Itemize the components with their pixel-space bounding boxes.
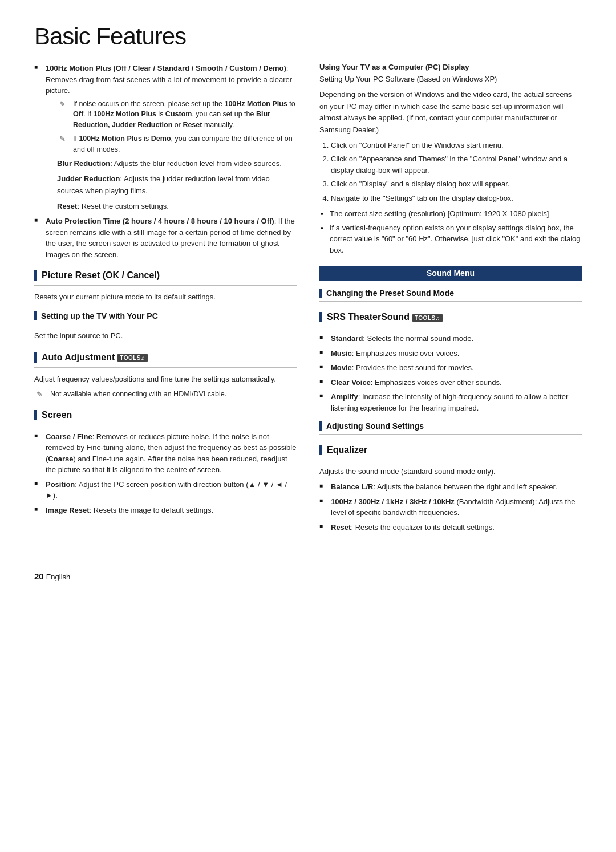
intro-bullet-1: 100Hz Motion Plus (Off / Clear / Standar… <box>34 63 297 212</box>
srs-rule <box>319 327 582 327</box>
screen-heading: Screen <box>34 410 297 420</box>
right-column: Using Your TV as a Computer (PC) Display… <box>319 63 582 537</box>
tools-badge-auto: TOOLS♬ <box>117 354 148 362</box>
changing-preset-rule <box>319 301 582 302</box>
using-pc-dot-list: The correct size setting (resolution) [O… <box>319 208 582 255</box>
setting-up-tv-rule <box>34 324 297 324</box>
using-pc-step-3: Click on "Display" and a display dialog … <box>331 178 582 190</box>
screen-bullets: Coarse / Fine: Removes or reduces pictur… <box>34 431 297 516</box>
picture-reset-rule <box>34 285 297 286</box>
page-language: English <box>46 573 71 581</box>
page-footer: 20English <box>34 571 582 581</box>
equalizer-bullet-3: Reset: Resets the equalizer to its defau… <box>319 522 582 533</box>
intro-bullet-2: Auto Protection Time (2 hours / 4 hours … <box>34 216 297 260</box>
setting-up-tv-text: Set the input source to PC. <box>34 330 297 342</box>
picture-reset-heading: Picture Reset (OK / Cancel) <box>34 270 297 281</box>
srs-bullets: Standard: Selects the normal sound mode.… <box>319 333 582 413</box>
auto-adjustment-text: Adjust frequency values/positions and fi… <box>34 374 297 386</box>
screen-bullet-3: Image Reset: Resets the image to default… <box>34 505 297 516</box>
srs-bullet-3: Movie: Provides the best sound for movie… <box>319 362 582 374</box>
note-2: If 100Hz Motion Plus is Demo, you can co… <box>57 133 297 155</box>
using-pc-dot-1: The correct size setting (resolution) [O… <box>319 208 582 220</box>
using-pc-heading: Using Your TV as a Computer (PC) Display <box>319 63 582 71</box>
adjusting-sound-heading: Adjusting Sound Settings <box>319 421 582 431</box>
picture-reset-section: Picture Reset (OK / Cancel) Resets your … <box>34 270 297 303</box>
auto-adjustment-rule <box>34 367 297 368</box>
setting-up-tv-heading: Setting up the TV with Your PC <box>34 311 297 320</box>
equalizer-bullet-2: 100Hz / 300Hz / 1kHz / 3kHz / 10kHz (Ban… <box>319 496 582 518</box>
auto-adjustment-heading: Auto AdjustmentTOOLS♬ <box>34 352 297 363</box>
equalizer-rule <box>319 460 582 460</box>
sound-menu-banner: Sound Menu <box>319 266 582 281</box>
screen-bullet-2: Position: Adjust the PC screen position … <box>34 479 297 501</box>
changing-preset-heading: Changing the Preset Sound Mode <box>319 289 582 298</box>
using-pc-step-4: Navigate to the "Settings" tab on the di… <box>331 193 582 204</box>
adjusting-sound-rule <box>319 434 582 435</box>
using-pc-section: Using Your TV as a Computer (PC) Display… <box>319 63 582 255</box>
picture-reset-text: Resets your current picture mode to its … <box>34 291 297 303</box>
screen-bullet-1: Coarse / Fine: Removes or reduces pictur… <box>34 431 297 476</box>
setting-up-tv-section: Setting up the TV with Your PC Set the i… <box>34 311 297 342</box>
using-pc-dot-2: If a vertical-frequency option exists on… <box>319 222 582 256</box>
srs-bullet-1: Standard: Selects the normal sound mode. <box>319 333 582 344</box>
changing-preset-section: Changing the Preset Sound Mode <box>319 289 582 302</box>
srs-heading: SRS TheaterSoundTOOLS♬ <box>319 312 582 322</box>
using-pc-step-1: Click on "Control Panel" on the Windows … <box>331 140 582 151</box>
screen-section: Screen Coarse / Fine: Removes or reduces… <box>34 410 297 516</box>
using-pc-step-2: Click on "Appearance and Themes" in the … <box>331 153 582 176</box>
equalizer-heading: Equalizer <box>319 445 582 455</box>
screen-rule <box>34 425 297 425</box>
equalizer-bullet-1: Balance L/R: Adjusts the balance between… <box>319 481 582 493</box>
equalizer-text: Adjusts the sound mode (standard sound m… <box>319 466 582 478</box>
adjusting-sound-section: Adjusting Sound Settings <box>319 421 582 435</box>
equalizer-bullets: Balance L/R: Adjusts the balance between… <box>319 481 582 533</box>
srs-bullet-5: Amplify: Increase the intensity of high-… <box>319 391 582 413</box>
intro-bullets-list: 100Hz Motion Plus (Off / Clear / Standar… <box>34 63 297 260</box>
page-number: 20 <box>34 571 44 581</box>
using-pc-para1: Setting Up Your PC Software (Based on Wi… <box>319 74 582 86</box>
srs-section: SRS TheaterSoundTOOLS♬ Standard: Selects… <box>319 312 582 413</box>
srs-bullet-4: Clear Voice: Emphasizes voices over othe… <box>319 377 582 388</box>
intro-bullet-1-sub: Blur Reduction: Adjusts the blur reducti… <box>57 158 297 212</box>
using-pc-steps: Click on "Control Panel" on the Windows … <box>319 140 582 204</box>
note-1: If noise occurs on the screen, please se… <box>57 99 297 131</box>
using-pc-para2: Depending on the version of Windows and … <box>319 89 582 136</box>
equalizer-section: Equalizer Adjusts the sound mode (standa… <box>319 445 582 533</box>
left-column: 100Hz Motion Plus (Off / Clear / Standar… <box>34 63 297 537</box>
page-title: Basic Features <box>34 23 582 50</box>
intro-bullet-1-notes: If noise occurs on the screen, please se… <box>57 99 297 155</box>
tools-badge-srs: TOOLS♬ <box>412 314 443 322</box>
auto-adjustment-section: Auto AdjustmentTOOLS♬ Adjust frequency v… <box>34 352 297 400</box>
srs-bullet-2: Music: Emphasizes music over voices. <box>319 348 582 359</box>
auto-adjustment-note: Not available when connecting with an HD… <box>34 389 297 400</box>
